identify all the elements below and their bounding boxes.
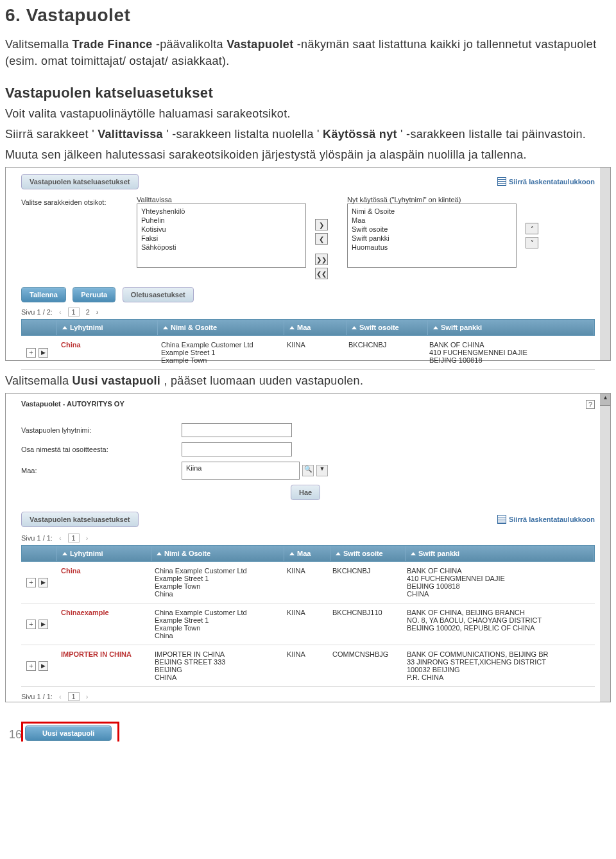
help-icon[interactable]: ?	[586, 400, 595, 409]
move-up-button[interactable]: ˄	[526, 223, 538, 234]
cancel-button[interactable]: Peruuta	[73, 287, 116, 302]
cell-country: KIINA	[282, 567, 327, 598]
column-header[interactable]: Lyhytnimi	[70, 550, 103, 557]
go-icon[interactable]: ▶	[38, 578, 48, 587]
page-title: 6. Vastapuolet	[5, 5, 611, 26]
link-text: Siirrä laskentataulukkoon	[509, 178, 595, 186]
shortname-link[interactable]: IMPORTER IN CHINA	[56, 650, 150, 681]
export-spreadsheet-link[interactable]: Siirrä laskentataulukkoon	[497, 515, 595, 524]
page-number[interactable]: 2	[86, 308, 90, 316]
move-left-button[interactable]: ❮	[315, 233, 328, 245]
sort-icon[interactable]	[62, 326, 67, 329]
new-counterparty-button[interactable]: Uusi vastapuoli	[25, 725, 112, 741]
list-item[interactable]: Swift pankki	[352, 234, 512, 243]
shortname-link[interactable]: China	[56, 341, 156, 364]
shortname-input[interactable]	[182, 423, 292, 437]
table-header: Lyhytnimi Nimi & Osoite Maa Swift osoite…	[21, 545, 595, 562]
column-header[interactable]: Maa	[297, 550, 311, 557]
dropdown-icon[interactable]: ▼	[316, 465, 328, 476]
sort-icon[interactable]	[163, 326, 168, 329]
text: Siirrä sarakkeet '	[5, 128, 94, 141]
cell-bank: BANK OF CHINA 410 FUCHENGMENNEI DAJIE BE…	[402, 567, 595, 598]
list-item[interactable]: Maa	[352, 216, 512, 225]
table-header: Lyhytnimi Nimi & Osoite Maa Swift osoite…	[21, 319, 595, 336]
screenshot-counterparty-list: ▴ Vastapuolet - AUTOYRITYS OY ? Vastapuo…	[5, 393, 611, 702]
sort-icon[interactable]	[289, 552, 295, 555]
list-item[interactable]: Faksi	[141, 234, 302, 243]
in-use-listbox[interactable]: Nimi & Osoite Maa Swift osoite Swift pan…	[347, 204, 517, 268]
list-item[interactable]: Puhelin	[141, 216, 302, 225]
scroll-up-icon[interactable]: ▴	[600, 394, 610, 406]
list-item[interactable]: Sähköposti	[141, 243, 302, 252]
table-row: +▶IMPORTER IN CHINAIMPORTER IN CHINA BEI…	[21, 645, 595, 687]
bold-text: Käytössä nyt	[323, 128, 397, 141]
sort-icon[interactable]	[336, 552, 341, 555]
defaults-button[interactable]: Oletusasetukset	[123, 287, 194, 302]
field-label: Maa:	[21, 467, 182, 474]
paragraph: Voit valita vastapuolinäytölle haluamasi…	[5, 105, 611, 122]
paragraph: Muuta sen jälkeen halutessasi sarakeotsi…	[5, 146, 611, 163]
search-icon[interactable]: 🔍	[302, 465, 314, 476]
search-button[interactable]: Hae	[291, 485, 320, 500]
view-settings-button[interactable]: Vastapuolen katseluasetukset	[21, 512, 139, 527]
expand-icon[interactable]: +	[26, 348, 36, 358]
move-all-left-button[interactable]: ❮❮	[315, 268, 328, 279]
list-item[interactable]: Nimi & Osoite	[352, 207, 512, 216]
link-text: Siirrä laskentataulukkoon	[509, 516, 595, 523]
cell-bank: BANK OF COMMUNICATIONS, BEIJING BR 33 JI…	[402, 650, 595, 681]
cell-swift: BKCHCNBJ	[343, 341, 424, 364]
screenshot-view-settings: Vastapuolen katseluasetukset Siirrä lask…	[5, 167, 611, 361]
country-input[interactable]: Kiina	[182, 462, 300, 480]
sort-icon[interactable]	[157, 552, 162, 555]
sort-icon[interactable]	[289, 326, 295, 329]
pager: Sivu 1 / 2: ‹ 1 2 ›	[21, 308, 595, 317]
move-down-button[interactable]: ˅	[526, 237, 538, 248]
sort-icon[interactable]	[411, 552, 416, 555]
expand-icon[interactable]: +	[26, 661, 36, 671]
sort-icon[interactable]	[433, 326, 438, 329]
in-use-label: Nyt käytössä ("Lyhytnimi" on kiinteä)	[347, 196, 538, 204]
page-number[interactable]: 1	[68, 534, 80, 542]
column-header[interactable]: Swift pankki	[441, 324, 482, 331]
view-settings-button[interactable]: Vastapuolen katseluasetukset	[21, 174, 139, 189]
column-header[interactable]: Swift osoite	[359, 324, 399, 331]
page-number[interactable]: 1	[68, 692, 80, 701]
shortname-link[interactable]: Chinaexample	[56, 609, 150, 639]
available-listbox[interactable]: Yhteyshenkilö Puhelin Kotisivu Faksi Säh…	[137, 204, 306, 268]
column-header[interactable]: Nimi & Osoite	[171, 324, 217, 331]
cell-swift: BKCHCNBJ110	[327, 609, 402, 639]
expand-icon[interactable]: +	[26, 620, 36, 629]
go-icon[interactable]: ▶	[38, 661, 48, 671]
cell-bank: BANK OF CHINA 410 FUCHENGMENNEI DAJIE BE…	[424, 341, 595, 364]
text: ' -sarakkeen listalta nuolella '	[166, 128, 320, 141]
column-header[interactable]: Maa	[297, 324, 311, 331]
list-item[interactable]: Swift osoite	[352, 225, 512, 234]
column-header[interactable]: Swift osoite	[343, 550, 383, 557]
list-item[interactable]: Yhteyshenkilö	[141, 207, 302, 216]
go-icon[interactable]: ▶	[38, 620, 48, 629]
save-button[interactable]: Tallenna	[21, 287, 66, 302]
text: Valitsemalla	[5, 374, 73, 387]
column-header[interactable]: Swift pankki	[418, 550, 459, 557]
text: , pääset luomaan uuden vastapuolen.	[164, 374, 363, 387]
go-icon[interactable]: ▶	[38, 348, 48, 358]
column-header[interactable]: Nimi & Osoite	[164, 550, 210, 557]
intro-paragraph: Valitsemalla Trade Finance -päävalikolta…	[5, 36, 611, 69]
sort-icon[interactable]	[352, 326, 357, 329]
shortname-link[interactable]: China	[56, 567, 150, 598]
cell-country: KIINA	[282, 609, 327, 639]
expand-icon[interactable]: +	[26, 578, 36, 587]
panel-title: Vastapuolet - AUTOYRITYS OY	[21, 400, 124, 409]
export-spreadsheet-link[interactable]: Siirrä laskentataulukkoon	[497, 177, 595, 186]
cell-country: KIINA	[282, 341, 343, 364]
column-header[interactable]: Lyhytnimi	[70, 324, 103, 331]
list-item[interactable]: Kotisivu	[141, 225, 302, 234]
list-item[interactable]: Huomautus	[352, 243, 512, 252]
cell-name: China Example Customer Ltd Example Stree…	[156, 341, 282, 364]
page-number[interactable]: 1	[68, 308, 80, 317]
sort-icon[interactable]	[62, 552, 67, 555]
move-all-right-button[interactable]: ❯❯	[315, 254, 328, 265]
pager-bottom: Sivu 1 / 1: ‹ 1 ›	[21, 692, 595, 701]
name-part-input[interactable]	[182, 442, 292, 456]
move-right-button[interactable]: ❯	[315, 219, 328, 230]
